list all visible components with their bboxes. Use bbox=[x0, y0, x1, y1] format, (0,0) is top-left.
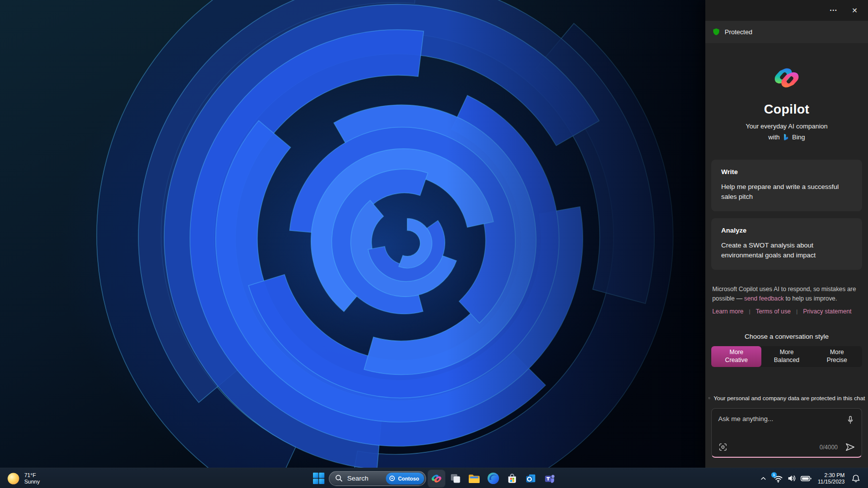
start-button[interactable] bbox=[310, 470, 327, 487]
taskbar-search[interactable]: Search Contoso bbox=[329, 471, 426, 486]
store-button[interactable] bbox=[503, 470, 520, 487]
send-feedback-link[interactable]: send feedback bbox=[744, 295, 784, 302]
learn-more-link[interactable]: Learn more bbox=[712, 308, 744, 315]
copilot-subtitle: Your everyday AI companion bbox=[705, 122, 868, 130]
clock-time: 2:30 PM bbox=[818, 472, 845, 479]
system-tray[interactable]: 1 bbox=[773, 474, 811, 484]
contoso-badge[interactable]: Contoso bbox=[386, 473, 424, 485]
contoso-logo-icon bbox=[389, 475, 395, 482]
screenshot-icon[interactable] bbox=[718, 442, 728, 452]
data-protection-note: Your personal and company data are prote… bbox=[705, 395, 868, 402]
protected-banner: Protected bbox=[705, 21, 868, 43]
chat-input-box[interactable]: Ask me anything... bbox=[711, 408, 862, 458]
style-label: More bbox=[780, 349, 794, 357]
ai-disclaimer: Microsoft Copilot uses AI to respond, so… bbox=[712, 285, 861, 303]
sun-icon bbox=[7, 472, 20, 485]
style-more-creative[interactable]: More Creative bbox=[711, 346, 761, 367]
chat-input-placeholder[interactable]: Ask me anything... bbox=[718, 415, 773, 423]
copilot-icon bbox=[430, 472, 443, 485]
shield-outline-icon bbox=[708, 395, 710, 402]
contoso-label: Contoso bbox=[398, 476, 419, 482]
copilot-body: Copilot Your everyday AI companion with … bbox=[705, 43, 868, 468]
task-view-button[interactable] bbox=[447, 470, 464, 487]
taskbar-clock[interactable]: 2:30 PM 11/15/2023 bbox=[818, 472, 845, 485]
copilot-sidebar: ••• ✕ Protected Copilot Your everyday AI… bbox=[705, 0, 868, 468]
windows-logo-icon bbox=[313, 473, 324, 484]
volume-icon bbox=[787, 474, 797, 483]
send-icon[interactable] bbox=[845, 442, 855, 452]
char-counter: 0/4000 bbox=[819, 444, 838, 451]
close-icon: ✕ bbox=[852, 6, 858, 14]
taskbar-copilot-button[interactable] bbox=[428, 470, 445, 487]
taskbar: 71°F Sunny Search bbox=[0, 468, 868, 488]
copilot-titlebar: ••• ✕ bbox=[705, 0, 868, 21]
footer-links: Learn more | Terms of use | Privacy stat… bbox=[712, 308, 861, 315]
more-options-button[interactable]: ••• bbox=[825, 3, 842, 18]
with-label: with bbox=[768, 133, 780, 141]
taskbar-tray-area: 1 2:30 PM 11/15/2023 bbox=[758, 468, 862, 488]
store-icon bbox=[506, 472, 518, 485]
notification-bell-button[interactable] bbox=[849, 470, 862, 487]
teams-button[interactable] bbox=[541, 470, 558, 487]
file-explorer-button[interactable] bbox=[466, 470, 483, 487]
style-label: Balanced bbox=[774, 357, 799, 365]
clock-date: 11/15/2023 bbox=[818, 479, 845, 485]
more-options-icon: ••• bbox=[830, 8, 837, 13]
card-title: Analyze bbox=[721, 227, 852, 234]
style-more-precise[interactable]: More Precise bbox=[812, 346, 862, 367]
copilot-title: Copilot bbox=[705, 102, 868, 117]
style-label: More bbox=[830, 349, 844, 357]
protected-shield-icon bbox=[712, 28, 720, 36]
suggestion-card-analyze[interactable]: Analyze Create a SWOT analysis about env… bbox=[711, 218, 862, 270]
teams-icon bbox=[544, 472, 556, 485]
search-label: Search bbox=[347, 475, 369, 482]
edge-icon bbox=[487, 472, 499, 485]
battery-icon bbox=[801, 474, 811, 484]
bing-icon bbox=[782, 133, 790, 141]
weather-widget[interactable]: 71°F Sunny bbox=[7, 468, 40, 488]
taskbar-center: Search Contoso bbox=[310, 468, 558, 488]
wifi-notification-badge: 1 bbox=[771, 472, 777, 478]
wifi-indicator: 1 bbox=[773, 474, 783, 483]
weather-temperature: 71°F bbox=[24, 472, 40, 479]
card-text: Help me prepare and write a successful s… bbox=[721, 182, 852, 201]
privacy-statement-link[interactable]: Privacy statement bbox=[803, 308, 852, 315]
desktop: ••• ✕ Protected Copilot Your everyday AI… bbox=[0, 0, 868, 488]
task-view-icon bbox=[449, 473, 461, 485]
terms-of-use-link[interactable]: Terms of use bbox=[756, 308, 791, 315]
edge-button[interactable] bbox=[485, 470, 501, 487]
weather-condition: Sunny bbox=[24, 479, 40, 485]
data-protection-text: Your personal and company data are prote… bbox=[714, 395, 865, 402]
bell-icon bbox=[851, 474, 861, 483]
conversation-style-tabs: More Creative More Balanced More Precise bbox=[711, 346, 862, 367]
close-panel-button[interactable]: ✕ bbox=[846, 3, 863, 18]
style-label: More bbox=[730, 349, 744, 357]
suggestion-cards: Write Help me prepare and write a succes… bbox=[711, 160, 862, 270]
folder-icon bbox=[468, 472, 481, 485]
tray-chevron-button[interactable] bbox=[758, 470, 769, 487]
microphone-icon[interactable] bbox=[846, 415, 855, 425]
style-label: Precise bbox=[827, 357, 847, 365]
outlook-icon bbox=[525, 472, 537, 485]
style-more-balanced[interactable]: More Balanced bbox=[761, 346, 811, 367]
outlook-button[interactable] bbox=[522, 470, 539, 487]
link-separator: | bbox=[749, 308, 750, 314]
card-title: Write bbox=[721, 168, 852, 176]
style-label: Creative bbox=[725, 357, 748, 365]
copilot-logo bbox=[771, 62, 803, 94]
search-icon bbox=[335, 474, 343, 483]
bing-label: Bing bbox=[792, 133, 805, 141]
with-bing-row: with Bing bbox=[705, 133, 868, 141]
card-text: Create a SWOT analysis about environment… bbox=[721, 241, 852, 260]
disclaimer-text: to help us improve. bbox=[784, 295, 837, 302]
link-separator: | bbox=[796, 308, 798, 314]
suggestion-card-write[interactable]: Write Help me prepare and write a succes… bbox=[711, 160, 862, 211]
conversation-style-title: Choose a conversation style bbox=[705, 333, 868, 340]
chevron-up-icon bbox=[760, 475, 767, 482]
protected-label: Protected bbox=[725, 28, 752, 36]
